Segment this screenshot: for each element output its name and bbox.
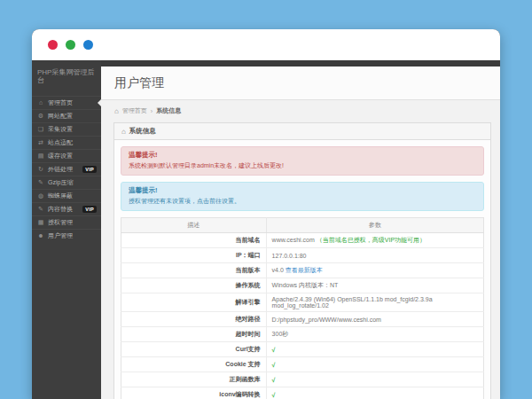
browser-titlebar bbox=[32, 29, 500, 60]
alert-title: 温馨提示! bbox=[129, 186, 476, 195]
user-icon: ☻ bbox=[37, 232, 44, 239]
row-value: 127.0.0.1:80 bbox=[266, 248, 483, 263]
value-segment: √ bbox=[272, 392, 276, 398]
value-segment: Windows 内核版本：NT bbox=[272, 282, 339, 288]
window-maximize-button[interactable] bbox=[83, 40, 93, 50]
vip-badge: VIP bbox=[82, 166, 97, 173]
breadcrumb-current: 系统信息 bbox=[156, 106, 181, 115]
gear-icon: ⚙ bbox=[37, 113, 44, 120]
admin-app: PHP采集网管理后台 ⌂管理首页⚙网站配置❏采集设置⇄站点适配▤缓存设置↻外链处… bbox=[32, 60, 500, 399]
row-value: √ bbox=[266, 372, 483, 387]
home-icon: ⌂ bbox=[121, 128, 126, 136]
alert-admin-dir-warning: 温馨提示! 系统检测到默认管理目录admin未改名，建议上线后更改! bbox=[121, 146, 484, 176]
row-label: 解译引擎 bbox=[121, 293, 267, 312]
value-segment: （当前域名已授权，高级VIP功能可用） bbox=[317, 237, 426, 243]
row-value: Apache/2.4.39 (Win64) OpenSSL/1.1.1b mod… bbox=[266, 293, 483, 312]
home-icon: ⌂ bbox=[114, 107, 119, 115]
row-value: v4.0 查看最新版本 bbox=[266, 263, 483, 278]
table-row: IP：端口127.0.0.1:80 bbox=[121, 248, 484, 263]
breadcrumb-home-link[interactable]: 管理首页 bbox=[122, 106, 147, 115]
system-info-table: 描述 参数 当前域名www.ceshi.com （当前域名已授权，高级VIP功能… bbox=[121, 217, 484, 399]
row-label: Curl支持 bbox=[121, 342, 267, 357]
sidebar-item-1[interactable]: ⚙网站配置 bbox=[32, 109, 101, 122]
page-header: 用户管理 bbox=[101, 66, 500, 100]
row-label: IP：端口 bbox=[121, 248, 267, 263]
sidebar-item-label: 内容替换 bbox=[48, 205, 73, 214]
sidebar-item-label: 缓存设置 bbox=[48, 152, 73, 160]
row-value: www.ceshi.com （当前域名已授权，高级VIP功能可用） bbox=[266, 233, 483, 248]
alert-text[interactable]: 授权管理还有未设置项，点击前往设置。 bbox=[129, 197, 476, 206]
row-label: 当前域名 bbox=[121, 233, 267, 248]
sidebar-item-label: 授权管理 bbox=[48, 218, 73, 227]
sidebar-item-5[interactable]: ↻外链处理VIP bbox=[32, 162, 101, 176]
globe-icon: ◍ bbox=[37, 192, 44, 200]
table-row: 当前域名www.ceshi.com （当前域名已授权，高级VIP功能可用） bbox=[121, 233, 484, 248]
table-row: 绝对路径D:/phpstudy_pro/WWW/www.ceshi.com bbox=[121, 312, 484, 327]
panel-title: 系统信息 bbox=[129, 127, 156, 136]
shuffle-icon: ⇄ bbox=[37, 139, 44, 146]
table-row: 解译引擎Apache/2.4.39 (Win64) OpenSSL/1.1.1b… bbox=[121, 293, 484, 312]
table-row: 正则函数库√ bbox=[121, 372, 484, 387]
breadcrumb: ⌂ 管理首页 › 系统信息 bbox=[101, 100, 500, 121]
panel-body: 温馨提示! 系统检测到默认管理目录admin未改名，建议上线后更改! 温馨提示!… bbox=[114, 140, 490, 399]
row-value: √ bbox=[266, 342, 483, 357]
sidebar-menu: ⌂管理首页⚙网站配置❏采集设置⇄站点适配▤缓存设置↻外链处理VIP✎Gzip压缩… bbox=[32, 96, 101, 242]
pencil-icon: ✎ bbox=[37, 179, 44, 186]
value-segment: 300秒 bbox=[272, 331, 289, 337]
sidebar-item-0[interactable]: ⌂管理首页 bbox=[32, 96, 101, 109]
table-row: Curl支持√ bbox=[121, 342, 484, 357]
breadcrumb-separator: › bbox=[151, 108, 153, 114]
row-label: 超时时间 bbox=[121, 327, 267, 342]
sidebar-item-label: 网站配置 bbox=[48, 112, 73, 121]
vip-badge: VIP bbox=[82, 206, 97, 213]
sidebar-item-2[interactable]: ❏采集设置 bbox=[32, 122, 101, 136]
row-value: √ bbox=[266, 387, 483, 399]
value-segment: v4.0 bbox=[272, 267, 286, 273]
sidebar-item-7[interactable]: ◍蜘蛛屏蔽 bbox=[32, 189, 101, 202]
row-label: iconv编码转换 bbox=[121, 387, 267, 399]
sidebar-item-label: 外链处理 bbox=[48, 165, 73, 174]
table-row: iconv编码转换√ bbox=[121, 387, 484, 399]
main-content: 用户管理 ⌂ 管理首页 › 系统信息 ⌂ 系统信息 温馨提示! 系统检测到默认管… bbox=[101, 66, 500, 399]
edit-icon: ✎ bbox=[37, 206, 44, 213]
table-row: 操作系统Windows 内核版本：NT bbox=[121, 278, 484, 293]
column-header-parameter: 参数 bbox=[266, 218, 483, 233]
window-minimize-button[interactable] bbox=[66, 40, 75, 50]
grid-icon: ▦ bbox=[37, 219, 44, 226]
row-value: Windows 内核版本：NT bbox=[266, 278, 483, 293]
value-segment: www.ceshi.com bbox=[272, 237, 317, 243]
sidebar-item-8[interactable]: ✎内容替换VIP bbox=[32, 202, 101, 215]
sidebar-item-label: 管理首页 bbox=[48, 98, 73, 107]
value-segment: 127.0.0.1:80 bbox=[272, 253, 307, 259]
sidebar-item-label: Gzip压缩 bbox=[48, 178, 73, 187]
value-segment: √ bbox=[272, 362, 276, 368]
sidebar-item-4[interactable]: ▤缓存设置 bbox=[32, 149, 101, 162]
window-close-button[interactable] bbox=[48, 40, 58, 50]
value-link[interactable]: 查看最新版本 bbox=[286, 267, 323, 273]
alert-text: 系统检测到默认管理目录admin未改名，建议上线后更改! bbox=[129, 161, 476, 170]
table-header-row: 描述 参数 bbox=[121, 218, 484, 233]
row-label: 绝对路径 bbox=[121, 312, 267, 327]
sidebar-item-3[interactable]: ⇄站点适配 bbox=[32, 136, 101, 149]
folder-icon: ▤ bbox=[37, 153, 44, 160]
sidebar-item-6[interactable]: ✎Gzip压缩 bbox=[32, 176, 101, 189]
app-brand: PHP采集网管理后台 bbox=[32, 60, 101, 96]
row-value: 300秒 bbox=[266, 327, 483, 342]
browser-window: PHP采集网管理后台 ⌂管理首页⚙网站配置❏采集设置⇄站点适配▤缓存设置↻外链处… bbox=[32, 29, 500, 399]
refresh-icon: ↻ bbox=[37, 166, 44, 173]
row-value: √ bbox=[266, 357, 483, 372]
home-icon: ⌂ bbox=[37, 99, 44, 106]
value-segment: Apache/2.4.39 (Win64) OpenSSL/1.1.1b mod… bbox=[272, 296, 433, 309]
table-row: 超时时间300秒 bbox=[121, 327, 484, 342]
value-segment: √ bbox=[272, 377, 276, 383]
sidebar-item-10[interactable]: ☻用户管理 bbox=[32, 229, 101, 242]
column-header-description: 描述 bbox=[121, 218, 267, 233]
sidebar-item-label: 用户管理 bbox=[48, 231, 73, 240]
collect-icon: ❏ bbox=[37, 126, 44, 133]
page-title: 用户管理 bbox=[114, 75, 487, 91]
sidebar-item-label: 蜘蛛屏蔽 bbox=[48, 192, 73, 200]
sidebar-item-label: 站点适配 bbox=[48, 138, 73, 147]
sidebar: PHP采集网管理后台 ⌂管理首页⚙网站配置❏采集设置⇄站点适配▤缓存设置↻外链处… bbox=[32, 60, 101, 399]
sidebar-item-9[interactable]: ▦授权管理 bbox=[32, 215, 101, 229]
sidebar-item-label: 采集设置 bbox=[48, 125, 73, 134]
